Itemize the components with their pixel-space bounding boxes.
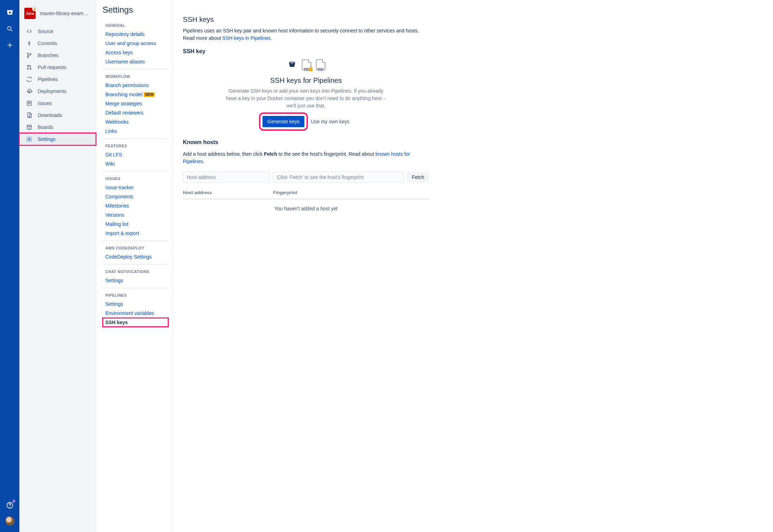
host-address-input[interactable]: [183, 172, 270, 183]
repo-nav-label: Commits: [38, 41, 57, 46]
bitbucket-logo-icon[interactable]: [5, 8, 15, 18]
repo-title: maven-library-exam…: [40, 11, 88, 16]
settings-item-components[interactable]: Components: [103, 192, 168, 201]
pipeline-icon: [26, 76, 33, 82]
repo-logo: Java 🔒: [24, 8, 36, 19]
settings-item-label: CodeDeploy Settings: [105, 254, 152, 260]
repo-nav-label: Deployments: [38, 88, 67, 94]
user-avatar[interactable]: [5, 516, 14, 526]
settings-title: Settings: [103, 5, 168, 15]
ssh-illustration: PRI PUB: [183, 60, 429, 70]
settings-item-label: SSH keys: [105, 320, 128, 325]
repo-nav-label: Pipelines: [38, 76, 58, 82]
settings-item-settings[interactable]: Settings: [103, 299, 168, 309]
settings-item-links[interactable]: Links: [103, 126, 168, 136]
settings-item-label: User and group access: [105, 41, 156, 46]
settings-item-merge-strategies[interactable]: Merge strategies: [103, 99, 168, 108]
pipelines-ssh-heading: SSH keys for Pipelines: [183, 76, 429, 85]
pr-icon: [26, 64, 33, 70]
known-hosts-empty: You haven't added a host yet: [183, 199, 429, 218]
ssh-key-subheading: SSH key: [183, 48, 429, 55]
settings-item-milestones[interactable]: Milestones: [103, 201, 168, 210]
settings-item-default-reviewers[interactable]: Default reviewers: [103, 108, 168, 117]
add-icon[interactable]: [5, 40, 15, 50]
search-icon[interactable]: [5, 24, 15, 34]
repo-nav-label: Pull requests: [38, 64, 66, 70]
settings-item-issue-tracker[interactable]: Issue tracker: [103, 183, 168, 192]
bucket-icon: [287, 60, 297, 69]
settings-item-environment-variables[interactable]: Environment variables: [103, 309, 168, 318]
svg-point-6: [10, 507, 10, 507]
settings-item-webhooks[interactable]: Webhooks: [103, 117, 168, 126]
new-badge: NEW: [144, 92, 155, 97]
repo-nav-issues[interactable]: Issues: [19, 97, 96, 109]
help-icon[interactable]: [5, 500, 15, 510]
repo-nav-label: Branches: [38, 52, 58, 58]
settings-item-label: Access keys: [105, 50, 133, 55]
svg-point-24: [29, 138, 30, 140]
repo-nav-downloads[interactable]: Downloads: [19, 109, 96, 121]
settings-item-wiki[interactable]: Wiki: [103, 159, 168, 168]
settings-item-codedeploy-settings[interactable]: CodeDeploy Settings: [103, 252, 168, 261]
repo-nav-pull-requests[interactable]: Pull requests: [19, 61, 96, 73]
settings-item-repository-details[interactable]: Repository details: [103, 30, 168, 39]
use-own-keys-link[interactable]: Use my own keys: [311, 119, 350, 124]
settings-item-import-export[interactable]: Import & export: [103, 229, 168, 238]
branch-icon: [26, 52, 33, 58]
repo-nav-source[interactable]: Source: [19, 25, 96, 37]
private-key-file-icon: PRI: [302, 60, 311, 70]
settings-item-username-aliases[interactable]: Username aliases: [103, 57, 168, 66]
settings-item-access-keys[interactable]: Access keys: [103, 48, 168, 57]
commit-icon: [26, 40, 33, 47]
settings-group-title: AWS CODEDEPLOY: [103, 245, 168, 252]
cloud-icon: [26, 88, 33, 94]
settings-item-branching-model[interactable]: Branching modelNEW: [103, 90, 168, 99]
download-icon: [26, 112, 33, 118]
settings-item-label: Webhooks: [105, 119, 129, 125]
fetch-button[interactable]: Fetch: [407, 172, 429, 183]
generate-keys-button[interactable]: Generate keys: [262, 116, 304, 127]
settings-item-label: Merge strategies: [105, 101, 142, 106]
settings-item-branch-permissions[interactable]: Branch permissions: [103, 81, 168, 90]
settings-item-settings[interactable]: Settings: [103, 276, 168, 285]
settings-item-label: Issue tracker: [105, 185, 134, 190]
settings-item-label: Git LFS: [105, 152, 122, 157]
repo-nav-pipelines[interactable]: Pipelines: [19, 73, 96, 85]
settings-item-git-lfs[interactable]: Git LFS: [103, 150, 168, 159]
known-hosts-heading: Known hosts: [183, 139, 429, 146]
repo-sidebar: Java 🔒 maven-library-exam… SourceCommits…: [19, 0, 96, 532]
lock-icon: 🔒: [33, 7, 36, 10]
settings-group-title: WORKFLOW: [103, 73, 168, 81]
ssh-intro: Pipelines uses an SSH key pair and known…: [183, 27, 429, 42]
code-icon: [26, 28, 33, 35]
svg-rect-0: [9, 12, 11, 13]
repo-nav-settings[interactable]: Settings: [19, 133, 96, 145]
settings-item-label: Settings: [105, 278, 123, 283]
repo-nav-boards[interactable]: Boards: [19, 121, 96, 133]
notification-dot: [12, 500, 16, 503]
settings-item-label: Mailing list: [105, 221, 128, 227]
repo-nav-commits[interactable]: Commits: [19, 37, 96, 49]
fingerprint-input[interactable]: [273, 172, 404, 183]
global-rail: [0, 0, 19, 532]
repo-nav-branches[interactable]: Branches: [19, 49, 96, 61]
settings-group-title: PIPELINES: [103, 292, 168, 299]
settings-item-label: Repository details: [105, 31, 144, 37]
public-key-file-icon: PUB: [316, 60, 325, 70]
settings-group-title: FEATURES: [103, 142, 168, 150]
settings-item-label: Branch permissions: [105, 82, 149, 88]
repo-header[interactable]: Java 🔒 maven-library-exam…: [19, 8, 96, 25]
settings-item-versions[interactable]: Versions: [103, 210, 168, 219]
settings-item-label: Components: [105, 194, 133, 199]
pipelines-ssh-desc: Generate SSH keys or add your own keys i…: [225, 87, 387, 110]
settings-item-label: Versions: [105, 212, 124, 218]
settings-item-label: Wiki: [105, 161, 115, 167]
settings-item-mailing-list[interactable]: Mailing list: [103, 219, 168, 229]
settings-item-ssh-keys[interactable]: SSH keys: [103, 318, 168, 327]
ssh-keys-docs-link[interactable]: SSH keys in Pipelines: [222, 35, 271, 41]
repo-nav-label: Settings: [38, 136, 56, 142]
column-fingerprint: Fingerprint: [273, 190, 297, 195]
repo-nav-deployments[interactable]: Deployments: [19, 85, 96, 97]
settings-item-user-and-group-access[interactable]: User and group access: [103, 39, 168, 48]
settings-sidebar: Settings GENERALRepository detailsUser a…: [96, 0, 172, 532]
